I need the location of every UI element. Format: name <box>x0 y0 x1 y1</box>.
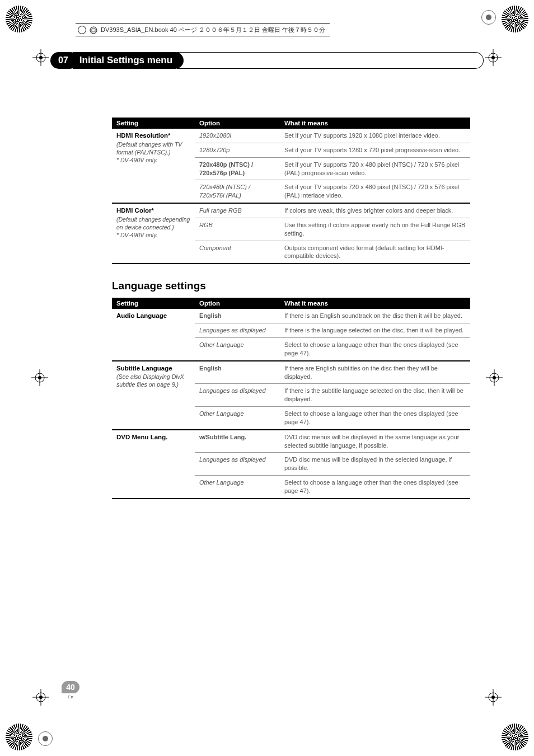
setting-label: DVD Menu Lang. <box>116 433 190 442</box>
svg-point-15 <box>493 376 496 379</box>
table-row: HDMI Color*(Default changes depending on… <box>112 203 470 218</box>
svg-point-19 <box>39 696 43 699</box>
option-cell: English <box>195 309 280 323</box>
svg-point-11 <box>38 376 41 379</box>
book-icon <box>90 26 97 34</box>
option-cell: Languages as displayed <box>195 384 280 407</box>
table-header: Setting <box>112 118 195 129</box>
description-cell: Set if your TV supports 1920 x 1080 pixe… <box>280 129 470 143</box>
table-header: What it means <box>280 118 470 129</box>
print-mark-dot <box>38 731 53 746</box>
option-cell: English <box>195 361 280 384</box>
description-cell: Select to choose a language other than t… <box>280 407 470 430</box>
option-cell: Full range RGB <box>195 203 280 218</box>
print-mark-fan <box>6 724 32 750</box>
chapter-title: Initial Settings menu <box>73 52 184 69</box>
section-heading: Language settings <box>112 280 470 292</box>
svg-point-24 <box>90 27 97 34</box>
chapter-header: 07 Initial Settings menu <box>50 50 484 70</box>
setting-cell: HDMI Color*(Default changes depending on… <box>112 203 195 264</box>
description-cell: If there are English subtitles on the di… <box>280 361 470 384</box>
description-cell: If colors are weak, this gives brighter … <box>280 203 470 218</box>
language-settings-table: SettingOptionWhat it meansAudio Language… <box>112 298 470 499</box>
description-cell: Set if your TV supports 1280 x 720 pixel… <box>280 143 470 157</box>
registration-mark <box>31 369 48 386</box>
registration-mark <box>486 369 503 386</box>
option-cell: Component <box>195 241 280 264</box>
print-file-header: DV393S_ASIA_EN.book 40 ページ ２００６年５月１２日 金曜… <box>76 24 330 36</box>
option-cell: 1280x720p <box>195 143 280 157</box>
setting-note: (See also Displaying DivX subtitle files… <box>116 373 190 388</box>
chapter-number: 07 <box>50 52 78 69</box>
svg-point-23 <box>491 696 495 699</box>
description-cell: Set if your TV supports 720 x 480 pixel … <box>280 180 470 203</box>
setting-note: (Default changes with TV format (PAL/NTS… <box>116 140 190 165</box>
setting-cell: DVD Menu Lang. <box>112 430 195 499</box>
setting-label: Subtitle Language <box>116 364 190 373</box>
print-mark-fan <box>6 6 32 32</box>
print-mark-fan <box>502 6 528 32</box>
description-cell: If there is the language selected on the… <box>280 323 470 338</box>
table-row: HDMI Resolution*(Default changes with TV… <box>112 129 470 143</box>
registration-mark <box>485 49 502 66</box>
setting-label: HDMI Color* <box>116 206 190 215</box>
chapter-rule <box>177 52 484 69</box>
description-cell: If there is an English soundtrack on the… <box>280 309 470 323</box>
description-cell: Use this setting if colors appear overly… <box>280 218 470 241</box>
page-number-block: 40 En <box>59 681 82 699</box>
table-header: Setting <box>112 298 195 309</box>
option-cell: w/Subtitle Lang. <box>195 430 280 453</box>
description-cell: If there is the subtitle language select… <box>280 384 470 407</box>
option-cell: Other Language <box>195 337 280 360</box>
description-cell: Select to choose a language other than t… <box>280 476 470 499</box>
description-cell: DVD disc menus will be displayed in the … <box>280 430 470 453</box>
description-cell: Select to choose a language other than t… <box>280 337 470 360</box>
print-mark-dot <box>481 10 496 25</box>
table-row: Audio LanguageEnglishIf there is an Engl… <box>112 309 470 323</box>
option-cell: Other Language <box>195 407 280 430</box>
table-row: DVD Menu Lang.w/Subtitle Lang.DVD disc m… <box>112 430 470 453</box>
print-file-text: DV393S_ASIA_EN.book 40 ページ ２００６年５月１２日 金曜… <box>101 26 325 34</box>
table-header: Option <box>195 298 280 309</box>
svg-point-7 <box>491 56 495 59</box>
svg-point-3 <box>39 56 43 59</box>
option-cell: Languages as displayed <box>195 323 280 338</box>
description-cell: Set if your TV supports 720 x 480 pixel … <box>280 157 470 180</box>
setting-label: Audio Language <box>116 312 190 321</box>
setting-cell: Subtitle Language(See also Displaying Di… <box>112 361 195 430</box>
table-row: Subtitle Language(See also Displaying Di… <box>112 361 470 384</box>
setting-label: HDMI Resolution* <box>116 132 190 140</box>
setting-cell: HDMI Resolution*(Default changes with TV… <box>112 129 195 203</box>
option-cell: 720x480i (NTSC) / 720x576i (PAL) <box>195 180 280 203</box>
registration-mark <box>32 49 49 66</box>
page-content: 07 Initial Settings menu SettingOptionWh… <box>50 50 484 705</box>
option-cell: 1920x1080i <box>195 129 280 143</box>
hdmi-settings-table: SettingOptionWhat it meansHDMI Resolutio… <box>112 118 470 264</box>
option-cell: 720x480p (NTSC) / 720x576p (PAL) <box>195 157 280 180</box>
svg-rect-25 <box>92 29 95 32</box>
setting-cell: Audio Language <box>112 309 195 360</box>
page-number: 40 <box>62 681 79 693</box>
page-lang: En <box>59 694 82 699</box>
print-mark-fan <box>502 724 528 750</box>
description-cell: DVD disc menus will be displayed in the … <box>280 453 470 476</box>
description-cell: Outputs component video format (default … <box>280 241 470 264</box>
option-cell: Languages as displayed <box>195 453 280 476</box>
option-cell: RGB <box>195 218 280 241</box>
registration-mark <box>32 689 49 706</box>
option-cell: Other Language <box>195 476 280 499</box>
table-header: What it means <box>280 298 470 309</box>
table-header: Option <box>195 118 280 129</box>
setting-note: (Default changes depending on device con… <box>116 215 190 240</box>
registration-mark <box>485 689 502 706</box>
